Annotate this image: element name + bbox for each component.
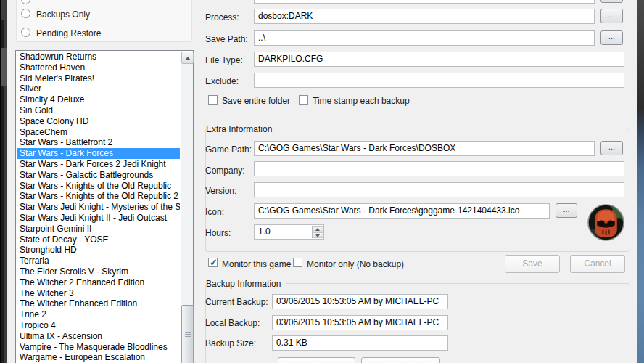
list-item[interactable]: Sid Meier's Pirates!	[17, 73, 180, 84]
list-item[interactable]: Star Wars - Galactic Battlegrounds	[17, 170, 180, 181]
monitor-only-checkbox[interactable]	[293, 258, 302, 267]
exclude-label: Exclude:	[205, 76, 239, 86]
list-item[interactable]: Stronghold HD	[17, 245, 180, 256]
list-item[interactable]: Starpoint Gemini II	[17, 224, 180, 234]
radio-backups-only-label: Backups Only	[36, 9, 90, 20]
hours-spinner	[312, 226, 323, 238]
list-item[interactable]: Tropico 4	[17, 320, 180, 331]
current-backup-value: 03/06/2015 10:53:05 AM by MICHAEL-PC	[272, 294, 448, 309]
list-item[interactable]: Terraria	[17, 256, 180, 266]
list-item[interactable]: Star Wars Jedi Knight II - Jedi Outcast	[17, 213, 180, 224]
exclude-input[interactable]	[254, 73, 624, 88]
list-item[interactable]: Simcity 4 Deluxe	[17, 94, 180, 105]
process-browse-button[interactable]: ...	[600, 9, 623, 23]
spinner-up-icon	[315, 228, 320, 231]
backup-size-value: 0.31 KB	[272, 335, 448, 351]
arrow-up-icon	[185, 57, 191, 60]
backup-information-title: Backup Information	[206, 279, 286, 289]
right-window-edge	[637, 0, 644, 363]
left-edge-highlight	[1, 48, 7, 86]
list-item[interactable]: State of Decay - YOSE	[17, 234, 180, 245]
game-backup-monitor-window: Backups Only Pending Restore Shadowrun R…	[0, 0, 644, 363]
monitor-this-game-checkbox[interactable]	[208, 258, 218, 267]
game-list-scrollbar[interactable]	[181, 52, 193, 363]
game-path-label: Game Path:	[205, 144, 252, 155]
list-item[interactable]: Star Wars - Battlefront 2	[17, 137, 180, 148]
process-input[interactable]: dosbox:DARK	[254, 9, 595, 24]
save-button[interactable]: Save	[505, 255, 560, 273]
radio-pending-restore-label: Pending Restore	[36, 28, 101, 38]
list-item[interactable]: Star Wars - Knights of the Old Republic	[17, 181, 180, 192]
list-item[interactable]: The Witcher Enhanced Edition	[17, 298, 180, 309]
hours-label: Hours:	[205, 228, 231, 238]
extra-information-title: Extra Information	[206, 124, 278, 134]
monitor-only-label: Monitor only (No backup)	[307, 259, 404, 269]
file-type-input[interactable]: DARKPILO.CFG	[254, 52, 624, 67]
local-backup-label: Local Backup:	[205, 318, 260, 328]
list-item[interactable]: Silver	[17, 83, 180, 94]
hours-value: 1.0	[258, 227, 271, 237]
list-item[interactable]: Wargame - European Escalation	[17, 352, 180, 363]
list-item[interactable]: SpaceChem	[17, 127, 180, 138]
icon-browse-button[interactable]: ...	[556, 203, 577, 218]
list-item[interactable]: Sin Gold	[17, 105, 180, 116]
game-path-input[interactable]: C:\GOG Games\Star Wars - Dark Forces\DOS…	[254, 141, 595, 156]
save-path-input[interactable]: ..\	[254, 30, 595, 46]
list-item[interactable]: Shadowrun Returns	[17, 52, 180, 62]
list-item[interactable]: Shattered Haven	[17, 62, 180, 73]
bottom-right-button-partial[interactable]	[361, 357, 440, 363]
time-stamp-checkbox[interactable]	[299, 95, 308, 105]
file-type-label: File Type:	[205, 55, 243, 65]
save-path-label: Save Path:	[205, 34, 248, 44]
save-entire-folder-label: Save entire folder	[222, 96, 290, 106]
backup-size-label: Backup Size:	[205, 338, 256, 348]
spinner-up-button[interactable]	[313, 226, 323, 232]
list-item[interactable]: Star Wars - Dark Forces	[17, 148, 180, 159]
version-input[interactable]	[254, 182, 624, 197]
monitor-this-game-label: Monitor this game	[222, 259, 291, 269]
game-icon-image	[587, 204, 624, 241]
list-item[interactable]: The Elder Scrolls V - Skyrim	[17, 266, 180, 277]
left-edge-highlight-top	[1, 0, 7, 20]
game-list: Shadowrun ReturnsShattered HavenSid Meie…	[17, 52, 180, 363]
company-label: Company:	[205, 166, 245, 176]
list-item[interactable]: The Witcher 3	[17, 288, 180, 299]
list-item[interactable]: The Witcher 2 Enhanced Edition	[17, 277, 180, 288]
spinner-down-button[interactable]	[313, 232, 323, 238]
game-listbox: Shadowrun ReturnsShattered HavenSid Meie…	[15, 50, 194, 363]
icon-label: Icon:	[205, 207, 224, 217]
save-path-browse-button[interactable]: ...	[600, 30, 623, 45]
hours-input[interactable]: 1.0	[254, 224, 324, 240]
list-item[interactable]: Space Colony HD	[17, 116, 180, 127]
scrollbar-thumb[interactable]	[181, 305, 194, 363]
left-window-edge	[0, 0, 7, 363]
list-item[interactable]: Star Wars Jedi Knight - Mysteries of the…	[17, 202, 180, 213]
radio-backups-only[interactable]	[21, 9, 30, 18]
version-label: Version:	[205, 186, 236, 196]
scroll-up-button[interactable]	[181, 52, 194, 64]
cancel-button[interactable]: Cancel	[570, 255, 625, 273]
company-input[interactable]	[254, 161, 624, 176]
icon-input[interactable]: C:\GOG Games\Star Wars - Dark Forces\gog…	[254, 203, 550, 219]
list-item[interactable]: Trine 2	[17, 309, 180, 320]
list-item[interactable]: Star Wars - Dark Forces 2 Jedi Knight	[17, 159, 180, 170]
local-backup-value: 03/06/2015 10:53:05 AM by MICHAEL-PC	[272, 315, 448, 330]
list-item[interactable]: Vampire - The Masquerade Bloodlines	[17, 342, 180, 353]
list-item[interactable]: Ultima IX - Ascension	[17, 331, 180, 342]
name-input[interactable]: Star Wars - Dark Forces	[254, 0, 595, 4]
time-stamp-label: Time stamp each backup	[313, 96, 410, 106]
game-path-browse-button[interactable]: ...	[600, 141, 623, 155]
radio-pending-restore[interactable]	[21, 28, 30, 37]
name-browse-button[interactable]: ...	[600, 0, 623, 3]
spinner-down-icon	[315, 234, 320, 237]
list-item[interactable]: Star Wars - Knights of the Old Republic …	[17, 191, 180, 202]
save-entire-folder-checkbox[interactable]	[208, 95, 218, 105]
grip-icon	[185, 332, 191, 337]
process-label: Process:	[205, 12, 239, 23]
current-backup-label: Current Backup:	[205, 297, 268, 307]
bottom-left-button-partial[interactable]	[278, 357, 355, 363]
